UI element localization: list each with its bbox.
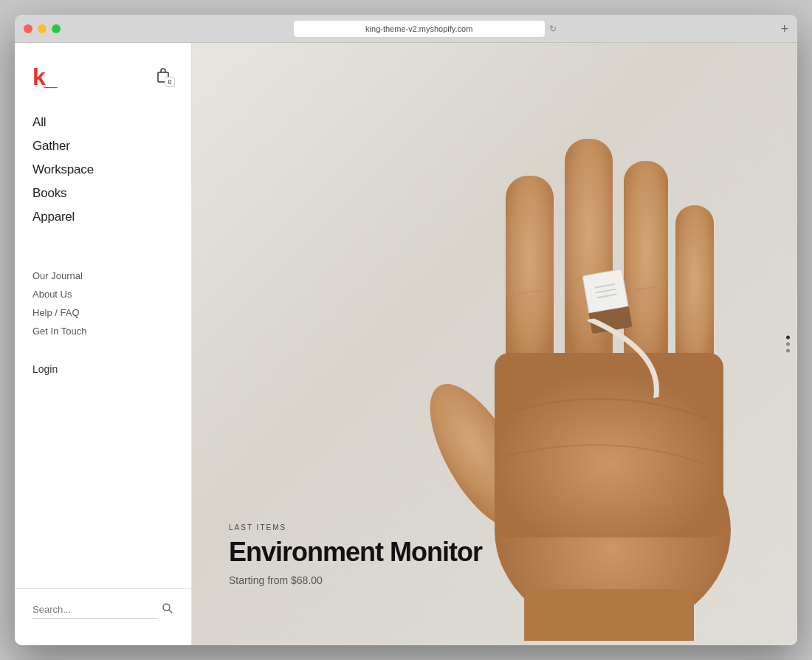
svg-rect-10 xyxy=(524,589,694,641)
scroll-dot-1 xyxy=(786,336,790,340)
refresh-icon[interactable]: ↻ xyxy=(549,24,557,34)
primary-nav: All Gather Workspace Books Apparel xyxy=(15,111,191,229)
nav-item-gather[interactable]: Gather xyxy=(32,134,173,158)
scroll-dot-2 xyxy=(786,343,790,346)
product-label: LAST ITEMS xyxy=(229,523,482,532)
svg-rect-5 xyxy=(506,176,554,382)
scroll-dot-3 xyxy=(786,349,790,353)
minimize-button[interactable] xyxy=(38,24,47,33)
login-section: Login xyxy=(15,362,191,376)
nav-item-faq[interactable]: Help / FAQ xyxy=(32,303,173,322)
nav-item-journal[interactable]: Our Journal xyxy=(32,267,173,285)
nav-item-all[interactable]: All xyxy=(32,111,173,134)
new-tab-button[interactable]: + xyxy=(780,22,788,35)
hero-image: LAST ITEMS Environment Monitor Starting … xyxy=(192,43,797,645)
product-info: LAST ITEMS Environment Monitor Starting … xyxy=(229,523,482,586)
browser-titlebar: ↻ + xyxy=(15,15,797,43)
nav-divider xyxy=(32,251,173,252)
nav-item-workspace[interactable]: Workspace xyxy=(32,158,173,182)
svg-line-2 xyxy=(169,610,172,613)
secondary-nav: Our Journal About Us Help / FAQ Get In T… xyxy=(15,267,191,340)
product-price: Starting from $68.00 xyxy=(229,574,482,586)
browser-content: k_ 0 All Gather Workspace Books xyxy=(15,43,797,645)
search-input[interactable] xyxy=(32,601,157,619)
nav-item-apparel[interactable]: Apparel xyxy=(32,205,173,229)
sidebar-header: k_ 0 xyxy=(15,58,191,111)
svg-point-1 xyxy=(163,604,170,611)
main-content: LAST ITEMS Environment Monitor Starting … xyxy=(192,43,797,645)
logo[interactable]: k_ xyxy=(32,65,56,89)
url-input[interactable] xyxy=(294,21,545,37)
sidebar: k_ 0 All Gather Workspace Books xyxy=(15,43,192,645)
search-button[interactable] xyxy=(162,602,173,617)
search-section xyxy=(15,588,191,630)
cart-count: 0 xyxy=(165,77,175,87)
product-title: Environment Monitor xyxy=(229,537,482,567)
cart-button[interactable]: 0 xyxy=(153,65,173,86)
close-button[interactable] xyxy=(24,24,32,33)
scroll-indicator xyxy=(786,336,790,353)
address-bar: ↻ xyxy=(69,21,780,37)
maximize-button[interactable] xyxy=(52,24,61,33)
traffic-lights xyxy=(24,24,61,33)
nav-item-books[interactable]: Books xyxy=(32,182,173,205)
nav-item-about[interactable]: About Us xyxy=(32,285,173,303)
login-link[interactable]: Login xyxy=(32,363,58,375)
browser-window: ↻ + k_ 0 xyxy=(15,15,797,645)
nav-item-contact[interactable]: Get In Touch xyxy=(32,322,173,340)
